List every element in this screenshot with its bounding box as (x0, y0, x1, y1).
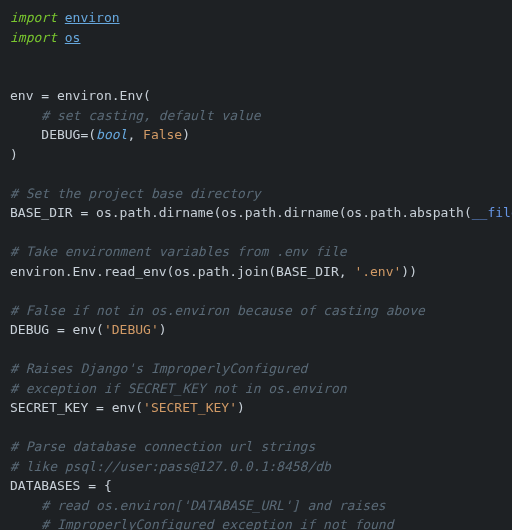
comment: # exception if SECRET_KEY not in os.envi… (10, 381, 347, 396)
code-line: ) (10, 147, 18, 162)
code-text: , (127, 127, 143, 142)
comment: # Take environment variables from .env f… (10, 244, 347, 259)
code-text: environ.Env.read_env(os.path.join(BASE_D… (10, 264, 354, 279)
comment: # Parse database connection url strings (10, 439, 315, 454)
comment: # False if not in os.environ because of … (10, 303, 425, 318)
comment: # Set the project base directory (10, 186, 260, 201)
indent (10, 108, 41, 123)
code-text: DEBUG = env( (10, 322, 104, 337)
comment: # set casting, default value (41, 108, 260, 123)
code-text: )) (401, 264, 417, 279)
string: '.env' (354, 264, 401, 279)
code-block: import environ import os env = environ.E… (0, 0, 512, 530)
code-text: DEBUG=( (10, 127, 96, 142)
string: 'DEBUG' (104, 322, 159, 337)
indent (10, 517, 41, 530)
module-os[interactable]: os (65, 30, 81, 45)
string: 'SECRET_KEY' (143, 400, 237, 415)
constant-false: False (143, 127, 182, 142)
comment: # read os.environ['DATABASE_URL'] and ra… (41, 498, 385, 513)
space (57, 30, 65, 45)
keyword-import: import (10, 30, 57, 45)
code-line: env = environ.Env( (10, 88, 151, 103)
builtin-bool: bool (96, 127, 127, 142)
module-environ[interactable]: environ (65, 10, 120, 25)
dunder-file: __file__ (472, 205, 512, 220)
comment: # ImproperlyConfigured exception if not … (41, 517, 393, 530)
code-text: SECRET_KEY = env( (10, 400, 143, 415)
code-text: ) (159, 322, 167, 337)
code-line: DATABASES = { (10, 478, 112, 493)
code-text: ) (182, 127, 190, 142)
space (57, 10, 65, 25)
comment: # like psql://user:pass@127.0.0.1:8458/d… (10, 459, 331, 474)
code-text: BASE_DIR = os.path.dirname(os.path.dirna… (10, 205, 472, 220)
indent (10, 498, 41, 513)
comment: # Raises Django's ImproperlyConfigured (10, 361, 307, 376)
code-text: ) (237, 400, 245, 415)
keyword-import: import (10, 10, 57, 25)
